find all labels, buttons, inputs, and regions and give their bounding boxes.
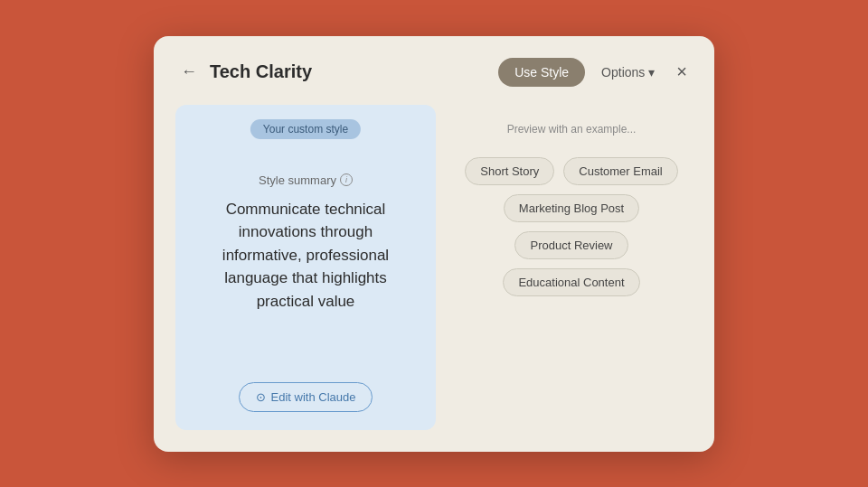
example-tag[interactable]: Marketing Blog Post bbox=[504, 194, 639, 222]
close-button[interactable]: × bbox=[671, 60, 693, 84]
style-summary-section: Style summary i Communicate technical in… bbox=[193, 123, 418, 364]
modal-body: Your custom style Style summary i Commun… bbox=[175, 105, 693, 430]
info-icon: i bbox=[340, 173, 353, 186]
edit-with-claude-button[interactable]: ⊙ Edit with Claude bbox=[239, 382, 373, 412]
style-summary-label: Style summary i bbox=[203, 173, 409, 187]
back-button[interactable]: ← bbox=[175, 61, 203, 83]
options-label: Options bbox=[601, 65, 645, 80]
example-tags: Short StoryCustomer EmailMarketing Blog … bbox=[459, 157, 684, 296]
chevron-down-icon: ▾ bbox=[648, 65, 655, 80]
custom-style-badge: Your custom style bbox=[250, 119, 361, 139]
claude-icon: ⊙ bbox=[256, 390, 266, 404]
style-description: Communicate technical innovations throug… bbox=[203, 198, 409, 314]
example-tag[interactable]: Educational Content bbox=[503, 268, 639, 296]
modal-header: ← Tech Clarity Use Style Options ▾ × bbox=[175, 58, 693, 87]
example-tag[interactable]: Short Story bbox=[465, 157, 554, 185]
preview-label: Preview with an example... bbox=[507, 123, 637, 136]
main-modal: ← Tech Clarity Use Style Options ▾ × You… bbox=[154, 36, 714, 452]
modal-title: Tech Clarity bbox=[210, 61, 498, 82]
left-panel: Your custom style Style summary i Commun… bbox=[175, 105, 436, 430]
example-tag[interactable]: Product Review bbox=[514, 231, 627, 259]
options-button[interactable]: Options ▾ bbox=[592, 60, 664, 85]
right-panel: Preview with an example... Short StoryCu… bbox=[450, 105, 693, 430]
use-style-button[interactable]: Use Style bbox=[498, 58, 585, 87]
header-actions: Use Style Options ▾ × bbox=[498, 58, 693, 87]
example-tag[interactable]: Customer Email bbox=[563, 157, 677, 185]
edit-button-label: Edit with Claude bbox=[271, 390, 356, 404]
